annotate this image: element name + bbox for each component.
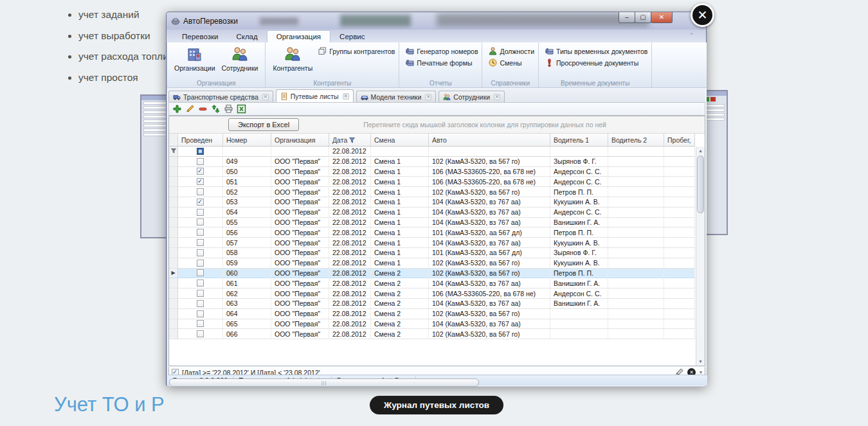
row-checkbox[interactable] [197, 320, 204, 327]
ribbon-item[interactable]: Генератор номеров [406, 47, 478, 55]
row-checkbox[interactable] [197, 300, 204, 307]
row-checkbox[interactable] [197, 310, 204, 317]
table-row[interactable]: 065ООО "Первая"22.08.2012Смена 2104 (Кам… [169, 319, 705, 330]
row-checkbox[interactable] [197, 188, 204, 195]
row-checkbox[interactable] [197, 178, 204, 185]
column-header-2[interactable]: Номер [223, 134, 271, 146]
row-checkbox[interactable] [197, 229, 204, 236]
row-checkbox[interactable] [197, 168, 204, 175]
table-row[interactable]: 055ООО "Первая"22.08.2012Смена 1104 (Кам… [169, 218, 705, 228]
row-checkbox[interactable] [197, 330, 204, 337]
doc-tab-3[interactable]: Модели техники✕ [356, 91, 437, 102]
tab-close-icon[interactable]: ✕ [262, 94, 269, 100]
table-row[interactable]: 052ООО "Первая"22.08.2012Смена 1102 (Кам… [169, 187, 705, 197]
ribbon-item[interactable]: Печатные формы [406, 58, 478, 67]
tab-close-icon[interactable]: ✕ [425, 94, 431, 100]
row-checkbox[interactable] [197, 239, 204, 246]
window-titlebar[interactable]: АвтоПеревозки – ▢ ✕ [167, 12, 706, 30]
auto-filter-row[interactable]: 22.08.2012 [169, 146, 705, 157]
column-header-9[interactable]: Пробег, [664, 134, 695, 146]
ribbon-tab-2[interactable]: Склад [227, 31, 266, 42]
group-by-band[interactable]: Экспорт в Excel Перетяните сюда мышкой з… [169, 116, 705, 134]
column-header-6[interactable]: Авто [429, 134, 550, 146]
ribbon-button[interactable]: Сотрудники [219, 44, 262, 73]
ribbon-item[interactable]: Просроченные документы [545, 58, 647, 67]
table-row[interactable]: ▶060ООО "Первая"22.08.2012Смена 2102 (Ка… [169, 269, 705, 279]
row-checkbox[interactable] [197, 158, 204, 165]
export-excel-button[interactable]: Экспорт в Excel [228, 118, 299, 131]
table-row[interactable]: 057ООО "Первая"22.08.2012Смена 1104 (Кам… [169, 238, 705, 248]
scroll-down-icon[interactable]: ▼ [696, 357, 705, 366]
delete-icon[interactable] [198, 104, 208, 114]
table-row[interactable]: 059ООО "Первая"22.08.2012Смена 1102 (Кам… [169, 258, 705, 269]
scroll-up-icon[interactable]: ▲ [696, 146, 705, 155]
edit-icon[interactable] [185, 104, 195, 114]
ribbon-item[interactable]: Типы временных документов [545, 47, 647, 55]
doc-tab-2[interactable]: Путевые листы✕ [276, 89, 354, 102]
collapse-ribbon-icon[interactable]: ⌃ [689, 32, 698, 40]
table-row[interactable]: 062ООО "Первая"22.08.2012Смена 2106 (МАЗ… [169, 288, 705, 299]
ribbon-button[interactable]: Контрагенты [269, 44, 316, 73]
column-header-4[interactable]: Дата [329, 134, 371, 146]
tab-close-icon[interactable]: ✕ [494, 94, 500, 100]
row-checkbox[interactable] [197, 209, 204, 216]
doc-tab-4[interactable]: Сотрудники✕ [439, 91, 505, 102]
row-checkbox[interactable] [197, 249, 204, 256]
horizontal-scroll-thumb[interactable]: ||| [169, 378, 479, 387]
table-row[interactable]: 058ООО "Первая"22.08.2012Смена 1101 (Кам… [169, 248, 705, 258]
ribbon-item[interactable]: Смены [489, 58, 534, 67]
ribbon-tab-1[interactable]: Перевозки [173, 31, 227, 42]
table-row[interactable]: 050ООО "Первая"22.08.2012Смена 1106 (МАЗ… [169, 167, 705, 177]
cell-mileage [664, 157, 695, 167]
table-row[interactable]: 053ООО "Первая"22.08.2012Смена 1104 (Кам… [169, 197, 705, 208]
cell-number: 064 [223, 309, 271, 319]
table-row[interactable]: 066ООО "Первая"22.08.2012Смена 2102 (Кам… [169, 329, 705, 339]
ribbon-group-label: Организация [167, 80, 265, 87]
cell-shift: Смена 2 [371, 319, 429, 330]
column-header-7[interactable]: Водитель 1 [550, 134, 608, 146]
cell-driver1: Ванишкин Г. А. [550, 299, 608, 309]
column-header-3[interactable]: Организация [271, 134, 329, 146]
cell-mileage [664, 299, 695, 309]
window-close-button[interactable]: ✕ [651, 12, 673, 23]
row-checkbox[interactable] [197, 280, 204, 287]
ribbon-tab-4[interactable]: Сервис [330, 31, 374, 42]
vertical-scrollbar[interactable]: ▲ ▼ [696, 146, 705, 366]
table-row[interactable]: 056ООО "Первая"22.08.2012Смена 1101 (Кам… [169, 227, 705, 238]
table-row[interactable]: 049ООО "Первая"22.08.2012Смена 1102 (Кам… [169, 157, 705, 167]
table-row[interactable]: 064ООО "Первая"22.08.2012Смена 2102 (Кам… [169, 309, 705, 319]
ribbon-item[interactable]: Группы контрагентов [318, 47, 395, 55]
table-row[interactable]: 054ООО "Первая"22.08.2012Смена 1104 (Кам… [169, 208, 705, 218]
row-checkbox[interactable] [197, 290, 204, 297]
add-icon[interactable] [172, 104, 182, 114]
excel-icon[interactable] [237, 104, 246, 114]
vertical-scroll-thumb[interactable] [697, 155, 704, 213]
minimize-button[interactable]: – [619, 12, 635, 23]
ribbon-tab-3[interactable]: Организация [267, 30, 330, 42]
ribbon-item[interactable]: Должности [489, 47, 534, 55]
table-row[interactable]: 063ООО "Первая"22.08.2012Смена 2104 (Кам… [169, 299, 705, 309]
cell-shift: Смена 1 [371, 187, 429, 197]
row-checkbox[interactable] [197, 199, 204, 206]
ribbon-button[interactable]: Организации [171, 44, 219, 73]
column-header-5[interactable]: Смена [371, 134, 429, 146]
row-checkbox[interactable] [197, 260, 204, 267]
filter-funnel-icon[interactable] [349, 137, 355, 143]
cell-auto: 102 (КамАЗ-5320, ва 567 го) [429, 157, 550, 167]
refresh-icon[interactable] [211, 104, 221, 114]
row-checkbox[interactable] [197, 218, 204, 226]
table-row[interactable]: 051ООО "Первая"22.08.2012Смена 1106 (МАЗ… [169, 177, 705, 187]
maximize-button[interactable]: ▢ [635, 12, 651, 23]
cell-date: 22.08.2012 [329, 319, 371, 330]
tab-close-icon[interactable]: ✕ [343, 93, 349, 100]
filter-checkbox-icon[interactable] [197, 148, 204, 155]
column-header-8[interactable]: Водитель 2 [608, 134, 664, 146]
doc-tab-1[interactable]: Транспортные средства✕ [168, 91, 273, 102]
lightbox-close-button[interactable]: ✕ [691, 3, 714, 27]
cell-driver1: Кукушкин А. В. [550, 258, 608, 269]
table-row[interactable]: 061ООО "Первая"22.08.2012Смена 2104 (Кам… [169, 278, 705, 288]
print-icon[interactable] [224, 104, 233, 114]
row-checkbox[interactable] [197, 269, 204, 276]
ribbon-small-items: ДолжностиСмены [489, 44, 534, 67]
column-header-1[interactable]: Проведен [178, 134, 223, 146]
